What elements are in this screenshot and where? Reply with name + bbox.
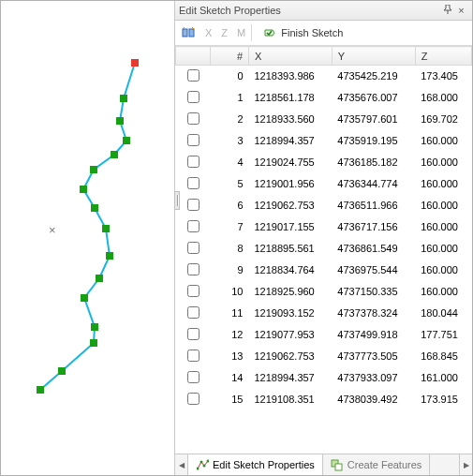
cell-y[interactable]: 4735676.007: [332, 87, 415, 109]
map-canvas[interactable]: ×: [1, 1, 174, 475]
vertex-checkbox[interactable]: [187, 177, 200, 189]
close-icon[interactable]: ×: [454, 5, 468, 16]
vertex-checkbox[interactable]: [187, 350, 200, 362]
cell-y[interactable]: 4735919.195: [332, 130, 415, 152]
pin-icon[interactable]: [440, 5, 454, 16]
row-checkbox[interactable]: [176, 389, 211, 410]
vertex-handle[interactable]: [120, 95, 127, 102]
cell-y[interactable]: 4736861.549: [332, 238, 415, 260]
vertex-handle[interactable]: [116, 117, 124, 125]
col-x[interactable]: X: [249, 47, 333, 66]
cell-y[interactable]: 4736717.156: [332, 216, 415, 238]
cell-x[interactable]: 1218561.178: [249, 87, 333, 109]
vertex-handle[interactable]: [131, 59, 139, 67]
cell-z[interactable]: 160.000: [415, 195, 471, 216]
cell-z[interactable]: 160.000: [415, 130, 471, 152]
vertex-handle[interactable]: [106, 252, 113, 260]
table-row[interactable]: 111219093.1524737378.324180.044: [176, 303, 472, 324]
cell-z[interactable]: 180.044: [415, 303, 471, 324]
tab-scroll-right-icon[interactable]: ▶: [459, 454, 472, 475]
row-checkbox[interactable]: [176, 87, 211, 109]
col-z[interactable]: Z: [415, 47, 471, 66]
table-row[interactable]: 01218393.9864735425.219173.405: [176, 66, 472, 87]
cell-x[interactable]: 1218933.560: [249, 109, 333, 130]
table-row[interactable]: 41219024.7554736185.182160.000: [176, 152, 472, 173]
vertex-handle[interactable]: [91, 323, 98, 331]
row-checkbox[interactable]: [176, 281, 211, 303]
vertex-checkbox[interactable]: [187, 69, 200, 82]
row-checkbox[interactable]: [176, 303, 211, 324]
row-checkbox[interactable]: [176, 216, 211, 238]
row-checkbox[interactable]: [176, 195, 211, 216]
vertex-checkbox[interactable]: [187, 199, 200, 211]
cell-x[interactable]: 1218895.561: [249, 238, 333, 260]
cell-y[interactable]: 4737378.324: [332, 303, 415, 324]
vertex-handle[interactable]: [111, 151, 118, 158]
table-row[interactable]: 71219017.1554736717.156160.000: [176, 216, 472, 238]
table-row[interactable]: 101218925.9604737150.335160.000: [176, 281, 472, 303]
table-row[interactable]: 121219077.9534737499.918177.751: [176, 324, 472, 346]
table-row[interactable]: 31218994.3574735919.195160.000: [176, 130, 472, 152]
finish-sketch-button[interactable]: Finish Sketch: [258, 23, 347, 42]
col-index[interactable]: #: [211, 47, 249, 66]
cell-y[interactable]: 4735797.601: [332, 109, 415, 130]
cell-y[interactable]: 4736185.182: [332, 152, 415, 173]
cell-z[interactable]: 160.000: [415, 281, 471, 303]
cell-z[interactable]: 160.000: [415, 260, 471, 281]
vertex-handle[interactable]: [91, 204, 98, 212]
vertex-handle[interactable]: [96, 275, 103, 282]
tab-edit-sketch-properties[interactable]: Edit Sketch Properties: [188, 454, 323, 475]
cell-y[interactable]: 4736975.544: [332, 260, 415, 281]
panel-titlebar[interactable]: Edit Sketch Properties ×: [175, 1, 472, 21]
cell-x[interactable]: 1219001.956: [249, 173, 333, 195]
table-row[interactable]: 21218933.5604735797.601169.702: [176, 109, 472, 130]
vertex-checkbox[interactable]: [187, 285, 200, 297]
vertex-handle[interactable]: [37, 386, 44, 394]
cell-z[interactable]: 161.000: [415, 367, 471, 389]
cell-x[interactable]: 1219017.155: [249, 216, 333, 238]
row-checkbox[interactable]: [176, 109, 211, 130]
cell-x[interactable]: 1218925.960: [249, 281, 333, 303]
vertex-table[interactable]: # X Y Z 01218393.9864735425.219173.40511…: [175, 46, 472, 454]
cell-z[interactable]: 169.702: [415, 109, 471, 130]
cell-x[interactable]: 1218994.357: [249, 130, 333, 152]
vertex-checkbox[interactable]: [187, 91, 200, 103]
table-row[interactable]: 81218895.5614736861.549160.000: [176, 238, 472, 260]
cell-x[interactable]: 1219077.953: [249, 324, 333, 346]
row-checkbox[interactable]: [176, 238, 211, 260]
cell-y[interactable]: 4735425.219: [332, 66, 415, 87]
splitter[interactable]: [174, 1, 180, 475]
vertex-checkbox[interactable]: [187, 263, 200, 275]
row-checkbox[interactable]: [176, 346, 211, 367]
vertex-handle[interactable]: [123, 137, 130, 144]
cell-x[interactable]: 1218994.357: [249, 367, 333, 389]
table-row[interactable]: 141218994.3574737933.097161.000: [176, 367, 472, 389]
cell-z[interactable]: 168.845: [415, 346, 471, 367]
cell-z[interactable]: 168.000: [415, 87, 471, 109]
cell-y[interactable]: 4737499.918: [332, 324, 415, 346]
vertex-handle[interactable]: [80, 186, 87, 193]
row-checkbox[interactable]: [176, 152, 211, 173]
cell-z[interactable]: 160.000: [415, 173, 471, 195]
vertex-handle[interactable]: [90, 339, 97, 347]
row-checkbox[interactable]: [176, 130, 211, 152]
table-row[interactable]: 11218561.1784735676.007168.000: [176, 87, 472, 109]
cell-z[interactable]: 173.915: [415, 389, 471, 410]
row-checkbox[interactable]: [176, 367, 211, 389]
cell-x[interactable]: 1218834.764: [249, 260, 333, 281]
cell-y[interactable]: 4737773.505: [332, 346, 415, 367]
explode-multipart-button[interactable]: [181, 25, 196, 40]
vertex-handle[interactable]: [90, 166, 97, 173]
col-select[interactable]: [176, 47, 211, 66]
vertex-checkbox[interactable]: [187, 112, 200, 125]
cell-z[interactable]: 173.405: [415, 66, 471, 87]
row-checkbox[interactable]: [176, 173, 211, 195]
cell-x[interactable]: 1219062.753: [249, 195, 333, 216]
table-row[interactable]: 151219108.3514738039.492173.915: [176, 389, 472, 410]
cell-y[interactable]: 4737150.335: [332, 281, 415, 303]
row-checkbox[interactable]: [176, 324, 211, 346]
cell-x[interactable]: 1219108.351: [249, 389, 333, 410]
vertex-checkbox[interactable]: [187, 393, 200, 405]
vertex-checkbox[interactable]: [187, 371, 200, 383]
vertex-checkbox[interactable]: [187, 134, 200, 146]
